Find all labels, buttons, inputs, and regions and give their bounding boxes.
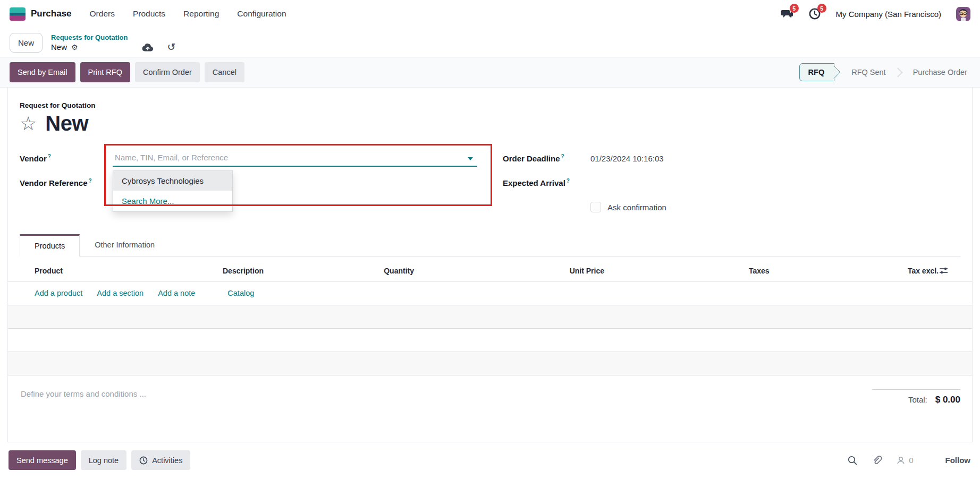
order-deadline-help-icon[interactable]: ? bbox=[561, 153, 564, 159]
empty-table-row bbox=[8, 352, 972, 375]
confirm-order-button[interactable]: Confirm Order bbox=[135, 62, 200, 82]
control-panel: New Requests for Quotation New ⚙ ↺ bbox=[0, 28, 980, 57]
menu-orders[interactable]: Orders bbox=[90, 9, 115, 19]
chatter: Send message Log note Activities bbox=[0, 442, 980, 470]
empty-table-row bbox=[8, 305, 972, 329]
app-name[interactable]: Purchase bbox=[31, 8, 72, 19]
dropdown-caret-icon[interactable] bbox=[468, 157, 473, 160]
send-by-email-button[interactable]: Send by Email bbox=[10, 62, 75, 82]
menu-reporting[interactable]: Reporting bbox=[183, 9, 219, 19]
vendor-label: Vendor? bbox=[20, 153, 113, 163]
totals-box: Total: $ 0.00 bbox=[872, 389, 960, 405]
breadcrumb: Requests for Quotation New ⚙ ↺ bbox=[51, 33, 176, 52]
vendor-reference-help-icon[interactable]: ? bbox=[89, 178, 92, 184]
vendor-reference-label: Vendor Reference? bbox=[20, 178, 113, 187]
paperclip-icon bbox=[872, 455, 882, 466]
attach-files-button[interactable] bbox=[872, 455, 882, 466]
add-a-note-link[interactable]: Add a note bbox=[158, 289, 195, 297]
order-lines-table: Product Description Quantity Unit Price … bbox=[8, 256, 972, 375]
activity-clock-icon bbox=[139, 456, 148, 465]
user-avatar[interactable] bbox=[956, 7, 970, 21]
tab-other-information[interactable]: Other Information bbox=[80, 234, 170, 256]
menu-configuration[interactable]: Configuration bbox=[237, 9, 286, 19]
messages-badge: 5 bbox=[790, 4, 799, 13]
total-label: Total: bbox=[908, 395, 927, 404]
activities-badge: 5 bbox=[817, 4, 826, 13]
left-field-column: Vendor? Cybrosys Technologies Search Mor… bbox=[20, 146, 477, 219]
add-a-section-link[interactable]: Add a section bbox=[97, 289, 143, 297]
status-rfq[interactable]: RFQ bbox=[799, 63, 835, 81]
activities-menu-button[interactable]: 5 bbox=[808, 7, 821, 20]
ask-confirmation-checkbox[interactable] bbox=[590, 202, 601, 212]
catalog-link[interactable]: Catalog bbox=[227, 289, 254, 297]
col-taxes[interactable]: Taxes bbox=[604, 267, 897, 275]
right-field-column: Order Deadline? 01/23/2024 10:16:03 Expe… bbox=[503, 146, 960, 219]
table-header-row: Product Description Quantity Unit Price … bbox=[8, 256, 972, 281]
navbar-right: 5 5 My Company (San Francisco) bbox=[781, 7, 970, 21]
messages-button[interactable]: 5 bbox=[781, 7, 793, 20]
company-switcher[interactable]: My Company (San Francisco) bbox=[836, 10, 941, 19]
chevron-right-icon bbox=[893, 67, 902, 77]
cancel-button[interactable]: Cancel bbox=[205, 62, 244, 82]
vendor-input[interactable] bbox=[113, 150, 477, 167]
status-rfq-sent[interactable]: RFQ Sent bbox=[848, 64, 889, 81]
vendor-dropdown: Cybrosys Technologies Search More... bbox=[113, 170, 233, 212]
sliders-icon bbox=[939, 266, 949, 276]
purchase-app-icon bbox=[10, 7, 26, 21]
print-rfq-button[interactable]: Print RFQ bbox=[80, 62, 130, 82]
expected-arrival-label: Expected Arrival? bbox=[503, 178, 590, 187]
col-tax-excl[interactable]: Tax excl. bbox=[897, 267, 939, 275]
search-more-option[interactable]: Search More... bbox=[113, 191, 232, 211]
followers-button[interactable]: 0 bbox=[896, 456, 913, 465]
action-strip: Send by Email Print RFQ Confirm Order Ca… bbox=[0, 57, 980, 88]
document-type-label: Request for Quotation bbox=[20, 101, 960, 109]
optional-columns-button[interactable] bbox=[939, 266, 960, 276]
main-menu: Orders Products Reporting Configuration bbox=[90, 9, 286, 19]
search-messages-button[interactable] bbox=[847, 455, 858, 466]
col-unit-price[interactable]: Unit Price bbox=[414, 267, 604, 275]
col-product[interactable]: Product bbox=[35, 267, 223, 275]
vendor-option[interactable]: Cybrosys Technologies bbox=[113, 171, 232, 191]
order-deadline-value[interactable]: 01/23/2024 10:16:03 bbox=[590, 154, 664, 163]
empty-table-row bbox=[8, 329, 972, 352]
col-quantity[interactable]: Quantity bbox=[345, 267, 414, 275]
search-icon bbox=[847, 455, 858, 466]
cloud-upload-icon bbox=[142, 42, 154, 52]
app-brand[interactable]: Purchase bbox=[10, 7, 72, 21]
table-links-row: Add a product Add a section Add a note C… bbox=[8, 281, 972, 305]
ask-confirmation-label: Ask confirmation bbox=[607, 203, 666, 212]
form-sheet: Request for Quotation ☆ New Vendor? Cybr… bbox=[7, 88, 973, 442]
terms-and-conditions-input[interactable]: Define your terms and conditions ... bbox=[21, 389, 146, 398]
send-message-button[interactable]: Send message bbox=[9, 450, 76, 470]
avatar-image bbox=[956, 7, 970, 21]
top-navbar: Purchase Orders Products Reporting Confi… bbox=[0, 0, 980, 28]
add-a-product-link[interactable]: Add a product bbox=[35, 289, 82, 297]
menu-products[interactable]: Products bbox=[133, 9, 165, 19]
vendor-field-wrap: Cybrosys Technologies Search More... bbox=[113, 150, 477, 167]
total-amount: $ 0.00 bbox=[935, 395, 960, 405]
notebook-tabs: Products Other Information bbox=[20, 234, 960, 256]
order-deadline-label: Order Deadline? bbox=[503, 153, 590, 163]
breadcrumb-parent-link[interactable]: Requests for Quotation bbox=[51, 33, 176, 41]
gear-icon[interactable]: ⚙ bbox=[71, 43, 78, 52]
discard-undo-icon[interactable]: ↺ bbox=[167, 42, 176, 52]
tab-products[interactable]: Products bbox=[20, 234, 80, 256]
activities-button[interactable]: Activities bbox=[131, 450, 190, 470]
followers-count: 0 bbox=[909, 456, 913, 465]
statusbar: RFQ RFQ Sent Purchase Order bbox=[799, 63, 970, 81]
new-record-button[interactable]: New bbox=[10, 33, 43, 53]
col-description[interactable]: Description bbox=[223, 267, 345, 275]
breadcrumb-current: New bbox=[51, 42, 67, 52]
person-icon bbox=[896, 456, 906, 465]
vendor-help-icon[interactable]: ? bbox=[48, 153, 51, 159]
log-note-button[interactable]: Log note bbox=[81, 450, 126, 470]
save-cloud-button[interactable] bbox=[142, 42, 154, 52]
favorite-star-icon[interactable]: ☆ bbox=[20, 114, 37, 133]
expected-arrival-help-icon[interactable]: ? bbox=[567, 178, 570, 184]
status-purchase-order[interactable]: Purchase Order bbox=[910, 64, 970, 81]
follow-button[interactable]: Follow bbox=[945, 456, 971, 465]
record-title: New bbox=[45, 112, 88, 135]
